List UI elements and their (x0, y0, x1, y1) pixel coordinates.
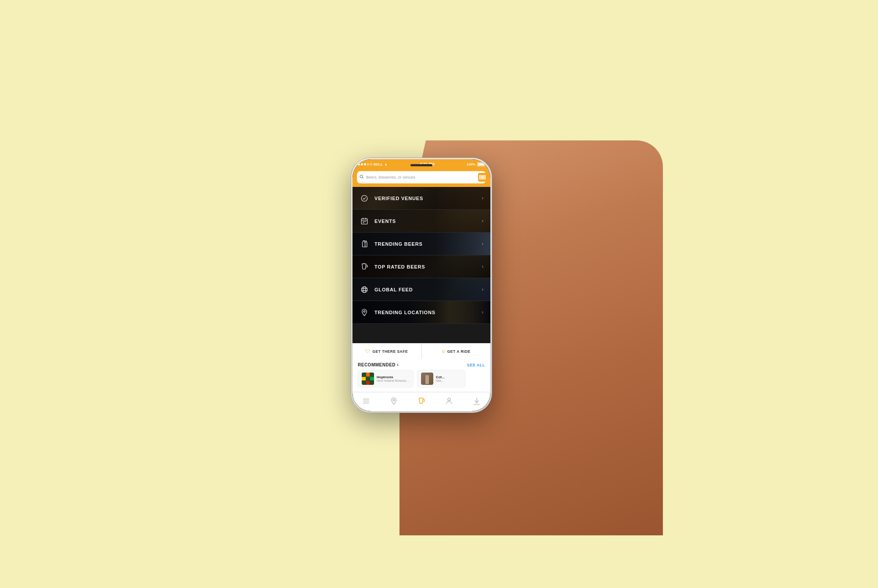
hoptronix-subtitle: New Holland Brewing ... (377, 379, 410, 382)
map-location-icon (390, 397, 398, 407)
calendar-icon (360, 216, 369, 226)
checkmark-circle-icon (360, 194, 369, 203)
search-input-wrapper[interactable]: Beers, breweries, or venues (357, 171, 486, 183)
get-a-ride-button[interactable]: ⊙ GET A RIDE (422, 344, 491, 359)
tab-feed[interactable] (357, 392, 375, 411)
recommended-header: RECOMMENDED SEE ALL (353, 359, 490, 370)
hc1 (362, 373, 366, 376)
menu-list: VERIFIED VENUES › (353, 187, 490, 343)
tab-activity[interactable] (468, 392, 486, 411)
svg-point-20 (393, 399, 395, 401)
menu-item-global-feed[interactable]: GLOBAL FEED › (353, 278, 490, 301)
hc4 (362, 377, 366, 381)
trending-beers-chevron: › (482, 241, 483, 246)
location-pin-icon (360, 308, 369, 317)
menu-item-trending-locations[interactable]: TRENDING LOCATIONS › (353, 301, 490, 324)
menu-item-trending-beers[interactable]: TRENDING BEERS › (353, 233, 490, 255)
menu-item-top-rated-beers[interactable]: TOP RATED BEERS › (353, 255, 490, 278)
coffee-info: Cof... Wat... (436, 375, 461, 382)
get-there-safe-button[interactable]: 🛡 GET THERE SAFE (353, 344, 422, 359)
search-bar: Beers, breweries, or venues (353, 169, 490, 187)
car-icon: ⊙ (442, 349, 445, 354)
hoptronix-img-inner (362, 373, 374, 385)
hoptronix-info: Hoptronix New Holland Brewing ... (377, 375, 410, 382)
trending-locations-chevron: › (482, 310, 483, 315)
recommended-section: RECOMMENDED SEE ALL (353, 359, 490, 392)
verified-venues-label: VERIFIED VENUES (374, 196, 482, 201)
recommended-title: RECOMMENDED (358, 362, 399, 367)
scene: BELL ▲ 4:21 PM 100% (241, 53, 637, 535)
search-placeholder-text: Beers, breweries, or venues (366, 175, 483, 179)
hoptronix-image (362, 373, 374, 385)
search-icon (360, 175, 364, 180)
tab-profile[interactable] (440, 392, 458, 411)
hc7 (362, 381, 366, 385)
coffee-tower (425, 375, 429, 384)
recommended-items: Hoptronix New Holland Brewing ... (353, 370, 490, 392)
rec-item-hoptronix[interactable]: Hoptronix New Holland Brewing ... (358, 370, 414, 387)
tab-map[interactable] (385, 392, 403, 411)
phone-device: BELL ▲ 4:21 PM 100% (351, 158, 492, 412)
rec-item-coffee[interactable]: Cof... Wat... (417, 370, 465, 387)
trending-beers-label: TRENDING BEERS (374, 241, 482, 247)
beer-mug-tab-icon (417, 397, 425, 407)
events-chevron: › (482, 219, 483, 223)
get-there-safe-label: GET THERE SAFE (372, 349, 408, 354)
menu-item-verified-venues[interactable]: VERIFIED VENUES › (353, 187, 490, 210)
hc6 (370, 377, 374, 381)
barcode-lines (479, 175, 486, 179)
see-all-link[interactable]: SEE ALL (467, 363, 485, 367)
tab-beer-active[interactable] (413, 392, 430, 411)
trending-locations-label: TRENDING LOCATIONS (374, 310, 482, 315)
phone-top-bar (353, 159, 490, 167)
action-bar: 🛡 GET THERE SAFE ⊙ GET A RIDE (353, 343, 490, 359)
get-a-ride-label: GET A RIDE (447, 349, 471, 354)
top-rated-beers-label: TOP RATED BEERS (374, 264, 482, 269)
svg-point-13 (363, 287, 366, 293)
svg-point-0 (360, 175, 363, 178)
hc9 (370, 381, 374, 385)
svg-point-12 (361, 287, 367, 293)
svg-point-2 (361, 195, 367, 201)
phone-inner: BELL ▲ 4:21 PM 100% (353, 159, 490, 411)
svg-point-16 (363, 310, 365, 312)
global-feed-label: GLOBAL FEED (374, 287, 482, 292)
hc2 (366, 373, 370, 376)
global-feed-chevron: › (482, 287, 483, 292)
beer-bottles-icon (360, 239, 369, 249)
speaker (410, 164, 432, 166)
coffee-name: Cof... (436, 375, 461, 379)
tab-bar (353, 392, 490, 411)
hc8 (366, 381, 370, 385)
coffee-image (421, 373, 433, 385)
globe-icon (360, 285, 369, 294)
top-rated-beers-chevron: › (482, 264, 483, 269)
person-icon (445, 397, 453, 407)
screen: BELL ▲ 4:21 PM 100% (353, 159, 490, 411)
download-icon (473, 397, 481, 407)
barcode-scanner-icon[interactable] (478, 173, 487, 182)
list-icon (362, 397, 370, 407)
events-label: EVENTS (374, 219, 482, 224)
hc5 (366, 377, 370, 381)
svg-point-21 (448, 398, 450, 401)
hoptronix-name: Hoptronix (377, 375, 410, 379)
hc3 (370, 373, 374, 376)
coffee-subtitle: Wat... (436, 379, 461, 382)
shield-icon: 🛡 (366, 349, 370, 354)
verified-venues-chevron: › (482, 196, 483, 201)
beer-mug-icon (360, 262, 369, 272)
menu-item-events[interactable]: EVENTS › (353, 210, 490, 233)
coffee-img-inner (421, 373, 433, 385)
svg-line-1 (363, 178, 364, 179)
